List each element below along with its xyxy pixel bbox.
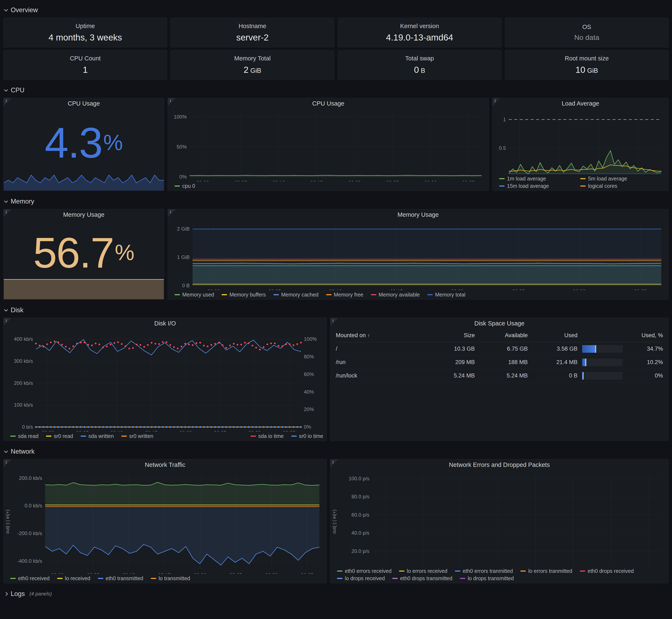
table-row[interactable]: /run 209 MB 188 MB 21.4 MB 10.2% xyxy=(336,356,663,369)
panel-info-icon[interactable] xyxy=(492,98,500,106)
stat-panel-total-swap[interactable]: Total swap 0B xyxy=(338,50,501,80)
col-header-used[interactable]: Used xyxy=(532,332,577,339)
legend-item[interactable]: eth0 drops transmitted xyxy=(392,575,452,581)
legend-item[interactable]: lo received xyxy=(57,575,90,581)
svg-text:0 B: 0 B xyxy=(182,283,190,288)
panel-title[interactable]: CPU Usage xyxy=(168,98,489,109)
panel-info-icon[interactable] xyxy=(330,459,338,467)
legend-item[interactable]: sda written xyxy=(81,433,114,439)
panel-info-icon[interactable] xyxy=(168,98,176,106)
overview-stats-grid: Uptime 4 months, 3 weeks Hostname server… xyxy=(3,18,669,80)
legend-item[interactable]: Memory buffers xyxy=(222,292,266,298)
section-header-disk[interactable]: Disk xyxy=(5,305,669,315)
table-row[interactable]: / 10.3 GB 6.75 GB 3.58 GB 34.7% xyxy=(336,342,663,356)
legend-item[interactable]: cpu 0 xyxy=(175,183,195,189)
legend-series-marker xyxy=(460,578,465,579)
legend-item[interactable]: eth0 drops received xyxy=(580,568,634,574)
svg-text:08:05: 08:05 xyxy=(76,430,88,431)
panel-info-icon[interactable] xyxy=(4,318,11,326)
network-traffic-timeseries[interactable]: 08:0008:0508:1008:1508:2008:2508:3008:35… xyxy=(4,470,326,574)
panel-info-icon[interactable] xyxy=(4,98,11,106)
legend-item[interactable]: Memory used xyxy=(175,292,214,298)
legend-series-marker xyxy=(46,435,52,437)
size-cell: 209 MB xyxy=(433,359,475,365)
legend-item[interactable]: 1m load average xyxy=(499,176,573,182)
stat-panel-memory-total[interactable]: Memory Total 2GiB xyxy=(171,50,334,80)
panel-title[interactable]: Load Average xyxy=(492,98,668,109)
svg-text:08:00: 08:00 xyxy=(196,180,209,181)
legend-item[interactable]: eth0 received xyxy=(10,575,50,581)
table-row[interactable]: /run/lock 5.24 MB 5.24 MB 0 B 0% xyxy=(336,369,663,383)
legend-item[interactable]: logical cores xyxy=(580,183,654,189)
section-header-memory[interactable]: Memory xyxy=(5,196,669,206)
legend-item[interactable]: sr0 written xyxy=(121,433,153,439)
legend-item[interactable]: lo transmitted xyxy=(151,575,190,581)
stat-panel-cpu-count[interactable]: CPU Count 1 xyxy=(3,50,167,80)
legend-item[interactable]: sr0 io time xyxy=(291,433,323,439)
legend-item[interactable]: lo errors tranmitted xyxy=(521,568,572,574)
legend-item[interactable]: lo drops transmitted xyxy=(460,575,514,581)
legend-item[interactable]: eth0 errors tranmitted xyxy=(455,568,513,574)
panel-title[interactable]: CPU Usage xyxy=(4,98,164,109)
stat-panel-hostname[interactable]: Hostname server-2 xyxy=(171,18,334,48)
svg-text:08:30: 08:30 xyxy=(265,572,278,574)
legend-item[interactable]: 15m load average xyxy=(499,183,573,189)
col-header-size[interactable]: Size xyxy=(433,332,475,339)
panel-title[interactable]: Network Traffic xyxy=(4,459,326,470)
stat-value: No data xyxy=(574,33,599,42)
legend-series-marker xyxy=(580,570,585,571)
disk-io-timeseries[interactable]: 08:0008:0508:1008:1508:2008:2508:3008:35… xyxy=(4,329,326,431)
col-header-available[interactable]: Available xyxy=(479,332,528,339)
legend-item[interactable]: Memory free xyxy=(326,292,363,298)
panel-disk-io: i Disk I/O 08:0008:0508:1008:1508:2008:2… xyxy=(3,318,327,441)
legend-item[interactable]: Memory cached xyxy=(273,292,318,298)
stat-panel-root-mount-size[interactable]: Root mount size 10GiB xyxy=(505,50,669,80)
panel-info-icon[interactable] xyxy=(4,459,11,467)
svg-text:08:20: 08:20 xyxy=(451,288,464,290)
legend-item[interactable]: lo drops received xyxy=(337,575,385,581)
panel-title[interactable]: Memory Usage xyxy=(168,209,668,220)
stat-title: Kernel version xyxy=(400,23,439,29)
legend-item[interactable]: sr0 read xyxy=(46,433,73,439)
legend-item[interactable]: sda io time xyxy=(250,433,284,439)
panel-title[interactable]: Disk Space Usage xyxy=(330,318,668,329)
stat-panel-uptime[interactable]: Uptime 4 months, 3 weeks xyxy=(3,18,167,48)
mount-cell: /run xyxy=(336,359,428,365)
section-header-network[interactable]: Network xyxy=(5,446,669,457)
legend-series-marker xyxy=(222,294,227,295)
section-header-overview[interactable]: Overview xyxy=(5,5,669,15)
legend-item[interactable]: eth0 transmitted xyxy=(98,575,143,581)
legend-item[interactable]: lo errors received xyxy=(399,568,447,574)
panel-title[interactable]: Disk I/O xyxy=(4,318,326,329)
panel-info-icon[interactable] xyxy=(168,209,176,217)
section-header-logs[interactable]: Logs (4 panels) xyxy=(5,589,669,599)
panel-title[interactable]: Network Errors and Dropped Packets xyxy=(330,459,668,470)
svg-text:100%: 100% xyxy=(304,336,317,342)
svg-text:60.0 p/s: 60.0 p/s xyxy=(352,512,369,518)
panel-title[interactable]: Memory Usage xyxy=(4,209,164,220)
panel-info-icon[interactable] xyxy=(330,318,338,326)
stat-panel-kernel-version[interactable]: Kernel version 4.19.0-13-amd64 xyxy=(338,18,501,48)
cpu-usage-timeseries[interactable]: 08:0008:0508:1008:1508:2008:2508:3008:35… xyxy=(168,109,489,181)
svg-text:80.0 p/s: 80.0 p/s xyxy=(352,494,369,499)
legend-series-marker xyxy=(399,570,405,571)
legend-series-marker xyxy=(175,294,180,295)
panel-info-icon[interactable] xyxy=(4,209,11,217)
panel-cpu-usage-stat: i CPU Usage 4.3 % xyxy=(3,98,164,191)
legend-item[interactable]: sda read xyxy=(10,433,39,439)
svg-text:08:15: 08:15 xyxy=(158,572,171,574)
svg-text:100.0 p/s: 100.0 p/s xyxy=(349,476,369,481)
network-errors-timeseries[interactable]: 08:0008:0508:1008:1508:2008:2508:3008:35… xyxy=(330,470,668,566)
col-header-used-pct[interactable]: Used, % xyxy=(627,332,663,339)
legend-item[interactable]: 5m load average xyxy=(580,176,654,182)
legend-item[interactable]: Memory total xyxy=(427,292,465,298)
section-header-cpu[interactable]: CPU xyxy=(5,85,669,95)
svg-text:08:20: 08:20 xyxy=(348,180,361,181)
svg-text:20%: 20% xyxy=(304,406,314,412)
legend-item[interactable]: Memory available xyxy=(371,292,420,298)
memory-usage-timeseries[interactable]: 08:0008:0508:1008:1508:2008:2508:3008:35… xyxy=(168,220,668,290)
legend-item[interactable]: eth0 errors received xyxy=(337,568,391,574)
col-header-mounted-on[interactable]: Mounted on↑ xyxy=(336,332,428,339)
stat-panel-os[interactable]: OS No data xyxy=(505,18,669,48)
load-average-timeseries[interactable]: 08:0008:1008:2008:3000.51 xyxy=(492,109,668,174)
